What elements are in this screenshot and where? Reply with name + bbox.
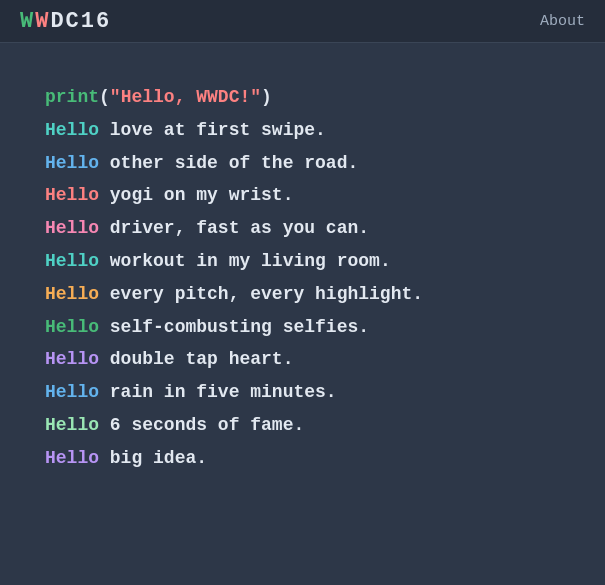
logo: WWDC16: [20, 9, 119, 34]
logo-w1: W: [20, 9, 35, 34]
list-item: Hello workout in my living room.: [45, 247, 560, 276]
about-button[interactable]: About: [540, 13, 585, 30]
logo-num: 16: [81, 9, 111, 34]
logo-w2: W: [35, 9, 50, 34]
list-item: Hello love at first swipe.: [45, 116, 560, 145]
main-content: print("Hello, WWDC!") Hello love at firs…: [0, 43, 605, 517]
logo-text: WWDC16: [20, 9, 111, 34]
list-item: Hello rain in five minutes.: [45, 378, 560, 407]
print-arg: "Hello, WWDC!": [110, 87, 261, 107]
list-item: Hello yogi on my wrist.: [45, 181, 560, 210]
list-item: Hello driver, fast as you can.: [45, 214, 560, 243]
list-item: Hello double tap heart.: [45, 345, 560, 374]
list-item: Hello big idea.: [45, 444, 560, 473]
list-item: Hello other side of the road.: [45, 149, 560, 178]
logo-d: DC: [50, 9, 80, 34]
app-header: WWDC16 About: [0, 0, 605, 43]
print-func: print: [45, 87, 99, 107]
print-statement: print("Hello, WWDC!"): [45, 83, 560, 112]
list-item: Hello 6 seconds of fame.: [45, 411, 560, 440]
list-item: Hello every pitch, every highlight.: [45, 280, 560, 309]
list-item: Hello self-combusting selfies.: [45, 313, 560, 342]
